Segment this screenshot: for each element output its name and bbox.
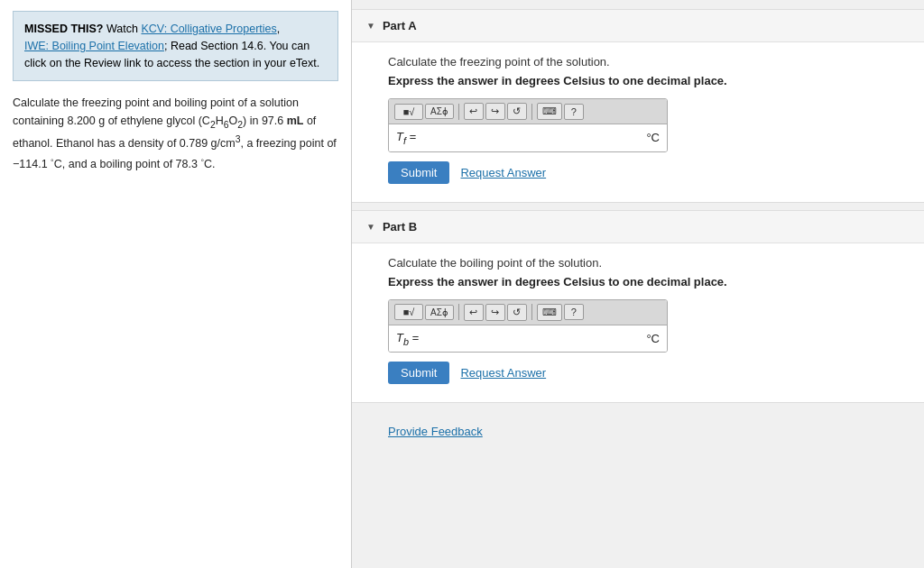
- part-b-var-label: Tb =: [396, 331, 419, 347]
- part-b-toolbar: ■√ ΑΣϕ ↩ ↪ ↺ ⌨ ?: [389, 300, 667, 325]
- part-a-unit: °C: [646, 131, 660, 144]
- part-b-equation-editor: ■√ ΑΣϕ ↩ ↪ ↺ ⌨ ? Tb = °C: [388, 299, 668, 353]
- toolbar-b-sep2: [531, 304, 532, 320]
- part-b-input-row: Tb = °C: [389, 325, 667, 353]
- missed-label: MISSED THIS?: [24, 23, 104, 35]
- toolbar-b-help-btn[interactable]: ?: [564, 304, 584, 320]
- part-a-var-label: Tf =: [396, 130, 416, 146]
- toolbar-b-undo-btn[interactable]: ↩: [464, 304, 484, 321]
- toolbar-b-sep1: [458, 304, 459, 320]
- part-b-action-row: Submit Request Answer: [388, 362, 888, 384]
- part-b-submit-button[interactable]: Submit: [388, 362, 449, 384]
- provide-feedback-section: Provide Feedback: [352, 410, 924, 445]
- toolbar-undo-btn[interactable]: ↩: [464, 103, 484, 120]
- iwe-link[interactable]: IWE: Boiling Point Elevation: [24, 40, 164, 52]
- problem-text: Calculate the freezing point and boiling…: [13, 94, 338, 172]
- toolbar-alpha-btn[interactable]: ΑΣϕ: [425, 104, 454, 119]
- part-a-label: Part A: [383, 19, 417, 32]
- part-a-arrow: ▼: [366, 21, 375, 31]
- part-a-request-answer[interactable]: Request Answer: [460, 166, 546, 179]
- toolbar-math-btn[interactable]: ■√: [394, 104, 423, 120]
- part-a-submit-button[interactable]: Submit: [388, 161, 449, 184]
- part-b-input[interactable]: [424, 332, 641, 345]
- part-a-toolbar: ■√ ΑΣϕ ↩ ↪ ↺ ⌨ ?: [389, 99, 667, 124]
- part-a-header[interactable]: ▼ Part A: [352, 10, 924, 42]
- part-b-section: ▼ Part B Calculate the boiling point of …: [352, 210, 924, 404]
- kcv-link[interactable]: KCV: Colligative Properties: [141, 23, 276, 35]
- part-a-instruction: Calculate the freezing point of the solu…: [388, 55, 888, 69]
- part-a-action-row: Submit Request Answer: [388, 161, 888, 184]
- part-b-unit: °C: [646, 332, 660, 345]
- missed-watch: Watch: [106, 23, 138, 35]
- toolbar-sep2: [531, 104, 532, 120]
- toolbar-redo-btn[interactable]: ↪: [485, 103, 505, 120]
- part-a-body: Calculate the freezing point of the solu…: [352, 42, 924, 202]
- toolbar-b-alpha-btn[interactable]: ΑΣϕ: [425, 305, 454, 320]
- part-a-input-row: Tf = °C: [389, 124, 667, 151]
- toolbar-keyboard-btn[interactable]: ⌨: [537, 103, 562, 120]
- part-b-emphasis: Express the answer in degrees Celsius to…: [388, 275, 888, 289]
- comma: ,: [277, 23, 280, 35]
- toolbar-help-btn[interactable]: ?: [564, 104, 584, 120]
- toolbar-b-math-btn[interactable]: ■√: [394, 304, 423, 320]
- missed-box: MISSED THIS? Watch KCV: Colligative Prop…: [13, 11, 338, 81]
- part-a-emphasis: Express the answer in degrees Celsius to…: [388, 74, 888, 87]
- provide-feedback-link[interactable]: Provide Feedback: [388, 425, 483, 438]
- left-panel: MISSED THIS? Watch KCV: Colligative Prop…: [0, 0, 352, 568]
- toolbar-b-redo-btn[interactable]: ↪: [485, 304, 505, 321]
- part-b-label: Part B: [383, 220, 417, 234]
- part-a-equation-editor: ■√ ΑΣϕ ↩ ↪ ↺ ⌨ ? Tf = °C: [388, 98, 668, 152]
- part-b-request-answer[interactable]: Request Answer: [460, 366, 546, 380]
- part-b-header[interactable]: ▼ Part B: [352, 211, 924, 243]
- part-a-section: ▼ Part A Calculate the freezing point of…: [352, 9, 924, 203]
- part-b-arrow: ▼: [366, 222, 375, 232]
- part-b-instruction: Calculate the boiling point of the solut…: [388, 256, 888, 270]
- toolbar-reset-btn[interactable]: ↺: [507, 103, 527, 120]
- toolbar-sep1: [458, 104, 459, 120]
- part-a-input[interactable]: [421, 131, 641, 144]
- toolbar-b-keyboard-btn[interactable]: ⌨: [537, 304, 562, 321]
- part-b-body: Calculate the boiling point of the solut…: [352, 243, 924, 403]
- right-panel: ▼ Part A Calculate the freezing point of…: [352, 0, 924, 568]
- toolbar-b-reset-btn[interactable]: ↺: [507, 304, 527, 321]
